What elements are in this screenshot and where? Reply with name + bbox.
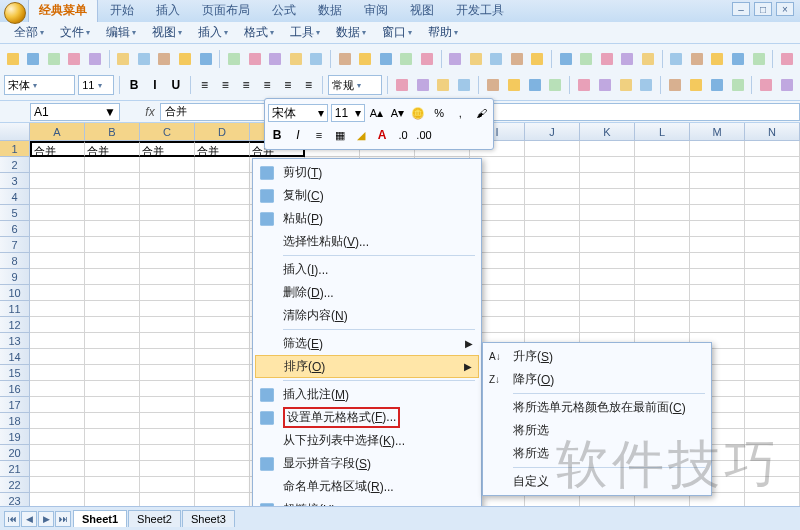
cell[interactable] xyxy=(690,317,745,333)
submenu-item[interactable]: A↓升序(S) xyxy=(485,345,709,368)
cell[interactable] xyxy=(745,221,800,237)
mini-borders-icon[interactable]: ▦ xyxy=(331,126,349,144)
toolbar-button[interactable] xyxy=(135,49,153,69)
cell[interactable] xyxy=(140,301,195,317)
menu-item[interactable]: 编辑▾ xyxy=(98,22,144,43)
cell[interactable] xyxy=(140,221,195,237)
cell[interactable]: 合并 xyxy=(30,141,85,157)
cell[interactable] xyxy=(140,285,195,301)
cell[interactable] xyxy=(690,285,745,301)
cell[interactable] xyxy=(745,429,800,445)
toolbar-button[interactable] xyxy=(529,49,547,69)
toolbar-button[interactable] xyxy=(484,75,502,95)
cell[interactable] xyxy=(635,141,690,157)
mini-fill-color-icon[interactable]: ◢ xyxy=(352,126,370,144)
column-header[interactable]: L xyxy=(635,123,690,140)
toolbar-button[interactable] xyxy=(687,75,705,95)
toolbar-button[interactable] xyxy=(336,49,354,69)
cell[interactable] xyxy=(690,141,745,157)
row-header[interactable]: 2 xyxy=(0,157,30,173)
cell[interactable] xyxy=(85,461,140,477)
mini-font-color-icon[interactable]: A xyxy=(373,126,391,144)
cell[interactable] xyxy=(580,237,635,253)
cell[interactable] xyxy=(635,317,690,333)
cell[interactable] xyxy=(525,317,580,333)
cell[interactable] xyxy=(140,397,195,413)
menu-item[interactable]: 窗口▾ xyxy=(374,22,420,43)
toolbar-button[interactable] xyxy=(598,49,616,69)
cell[interactable] xyxy=(85,317,140,333)
cell[interactable] xyxy=(85,205,140,221)
cell[interactable] xyxy=(580,269,635,285)
cell[interactable] xyxy=(140,381,195,397)
menu-item[interactable]: 文件▾ xyxy=(52,22,98,43)
menu-item[interactable]: 格式▾ xyxy=(236,22,282,43)
cell[interactable] xyxy=(745,445,800,461)
align-button[interactable]: ≡ xyxy=(216,75,234,95)
row-header[interactable]: 5 xyxy=(0,205,30,221)
toolbar-button[interactable] xyxy=(467,49,485,69)
toolbar-button[interactable] xyxy=(156,49,174,69)
cell[interactable] xyxy=(30,445,85,461)
submenu-item[interactable]: Z↓降序(O) xyxy=(485,368,709,391)
menu-item[interactable]: 数据▾ xyxy=(328,22,374,43)
cell[interactable] xyxy=(745,189,800,205)
cell[interactable] xyxy=(525,189,580,205)
cell[interactable] xyxy=(635,269,690,285)
name-box[interactable]: A1▼ xyxy=(30,103,120,121)
cell[interactable] xyxy=(195,157,250,173)
underline-button[interactable]: U xyxy=(167,75,185,95)
context-menu-item[interactable]: 复制(C) xyxy=(255,184,479,207)
submenu-item[interactable]: 自定义 xyxy=(485,470,709,493)
row-header[interactable]: 14 xyxy=(0,349,30,365)
cell[interactable] xyxy=(140,333,195,349)
sheet-nav-first[interactable]: ⏮ xyxy=(4,511,20,527)
cell[interactable] xyxy=(30,349,85,365)
context-menu-item[interactable]: 从下拉列表中选择(K)... xyxy=(255,429,479,452)
select-all-corner[interactable] xyxy=(0,123,30,140)
close-button[interactable]: × xyxy=(776,2,794,16)
italic-button[interactable]: I xyxy=(146,75,164,95)
grow-font-icon[interactable]: A▴ xyxy=(368,104,386,122)
row-header[interactable]: 3 xyxy=(0,173,30,189)
menu-item[interactable]: 工具▾ xyxy=(282,22,328,43)
toolbar-button[interactable] xyxy=(393,75,411,95)
cell[interactable] xyxy=(85,301,140,317)
cell[interactable] xyxy=(140,157,195,173)
toolbar-button[interactable] xyxy=(86,49,104,69)
mini-percent-icon[interactable]: % xyxy=(430,104,448,122)
sheet-nav-next[interactable]: ▶ xyxy=(38,511,54,527)
cell[interactable] xyxy=(195,301,250,317)
context-menu-item[interactable]: 筛选(E)▶ xyxy=(255,332,479,355)
sheet-nav-prev[interactable]: ◀ xyxy=(21,511,37,527)
row-header[interactable]: 8 xyxy=(0,253,30,269)
ribbon-tab[interactable]: 插入 xyxy=(146,0,190,22)
office-button[interactable] xyxy=(4,2,26,24)
fx-icon[interactable]: fx xyxy=(140,105,160,119)
row-header[interactable]: 12 xyxy=(0,317,30,333)
font-name-select[interactable]: 宋体▾ xyxy=(4,75,75,95)
toolbar-button[interactable] xyxy=(414,75,432,95)
context-menu-item[interactable]: 显示拼音字段(S) xyxy=(255,452,479,475)
cell[interactable] xyxy=(85,269,140,285)
cell[interactable] xyxy=(690,157,745,173)
row-header[interactable]: 22 xyxy=(0,477,30,493)
cell[interactable] xyxy=(525,205,580,221)
cell[interactable] xyxy=(30,397,85,413)
menu-item[interactable]: 视图▾ xyxy=(144,22,190,43)
toolbar-button[interactable] xyxy=(434,75,452,95)
cell[interactable] xyxy=(30,365,85,381)
toolbar-button[interactable] xyxy=(418,49,436,69)
cell[interactable] xyxy=(745,333,800,349)
cell[interactable] xyxy=(690,301,745,317)
row-header[interactable]: 19 xyxy=(0,429,30,445)
toolbar-button[interactable] xyxy=(619,49,637,69)
cell[interactable] xyxy=(745,477,800,493)
cell[interactable] xyxy=(85,189,140,205)
cell[interactable] xyxy=(85,413,140,429)
cell[interactable] xyxy=(30,157,85,173)
cell[interactable] xyxy=(745,141,800,157)
cell[interactable] xyxy=(525,269,580,285)
row-header[interactable]: 21 xyxy=(0,461,30,477)
cell[interactable] xyxy=(30,173,85,189)
